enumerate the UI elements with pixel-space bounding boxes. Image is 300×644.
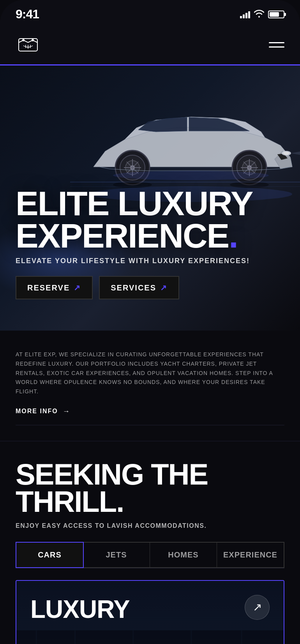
svg-rect-34 bbox=[191, 630, 192, 644]
tab-jets[interactable]: JETS bbox=[83, 543, 150, 567]
seeking-section: SEEKING THE THRILL. ENJOY EASY ACCESS TO… bbox=[0, 441, 300, 568]
luxury-card: LUXURY ↗ bbox=[16, 580, 284, 644]
services-button[interactable]: SERVICES ↗ bbox=[99, 276, 179, 299]
card-arrow-icon: ↗ bbox=[253, 601, 262, 614]
tab-experience[interactable]: EXPERIENCE bbox=[217, 543, 284, 567]
signal-icon bbox=[240, 11, 250, 18]
nav-bar bbox=[0, 25, 300, 65]
services-arrow-icon: ↗ bbox=[160, 283, 168, 292]
status-time: 9:41 bbox=[16, 7, 39, 21]
hero-section: ELITE LUXURY EXPERIENCE. ELEVATE YOUR LI… bbox=[0, 65, 300, 331]
tab-homes[interactable]: HOMES bbox=[150, 543, 217, 567]
svg-point-8 bbox=[283, 152, 289, 155]
card-section: LUXURY ↗ bbox=[0, 568, 300, 644]
card-arrow-button[interactable]: ↗ bbox=[245, 595, 270, 620]
hamburger-menu[interactable] bbox=[269, 42, 284, 48]
svg-rect-35 bbox=[241, 630, 242, 644]
more-info-arrow-icon: → bbox=[63, 407, 71, 416]
battery-icon bbox=[268, 11, 284, 18]
hero-title: ELITE LUXURY EXPERIENCE. bbox=[16, 187, 284, 252]
reserve-button[interactable]: RESERVE ↗ bbox=[16, 276, 93, 299]
seeking-subtitle: ENJOY EASY ACCESS TO LAVISH ACCOMMODATIO… bbox=[16, 522, 284, 529]
category-tabs: CARS JETS HOMES EXPERIENCE bbox=[16, 542, 284, 568]
card-title: LUXURY bbox=[30, 595, 130, 624]
logo bbox=[16, 32, 41, 58]
about-section: AT ELITE EXP, WE SPECIALIZE IN CURATING … bbox=[0, 331, 300, 441]
svg-point-27 bbox=[113, 171, 269, 180]
section-divider bbox=[16, 425, 284, 425]
phone-frame: 9:41 bbox=[0, 0, 300, 644]
hero-subtitle: ELEVATE YOUR LIFESTYLE WITH LUXURY EXPER… bbox=[16, 257, 284, 265]
seeking-title: SEEKING THE THRILL. bbox=[16, 461, 284, 515]
svg-rect-32 bbox=[74, 630, 76, 644]
svg-rect-31 bbox=[36, 630, 37, 644]
hero-content: ELITE LUXURY EXPERIENCE. ELEVATE YOUR LI… bbox=[16, 187, 284, 299]
status-bar: 9:41 bbox=[0, 0, 300, 25]
svg-point-2 bbox=[32, 39, 34, 41]
hero-buttons: RESERVE ↗ SERVICES ↗ bbox=[16, 276, 284, 299]
more-info-link[interactable]: MORE INFO → bbox=[16, 407, 284, 416]
svg-rect-28 bbox=[70, 182, 300, 182]
wifi-icon bbox=[254, 10, 264, 19]
tab-cars[interactable]: CARS bbox=[16, 542, 84, 568]
about-text: AT ELITE EXP, WE SPECIALIZE IN CURATING … bbox=[16, 350, 284, 396]
reserve-arrow-icon: ↗ bbox=[74, 283, 81, 292]
card-car-area bbox=[16, 634, 284, 644]
svg-rect-33 bbox=[132, 630, 134, 644]
svg-point-1 bbox=[22, 39, 25, 41]
svg-rect-30 bbox=[16, 630, 284, 644]
status-icons bbox=[240, 10, 284, 19]
